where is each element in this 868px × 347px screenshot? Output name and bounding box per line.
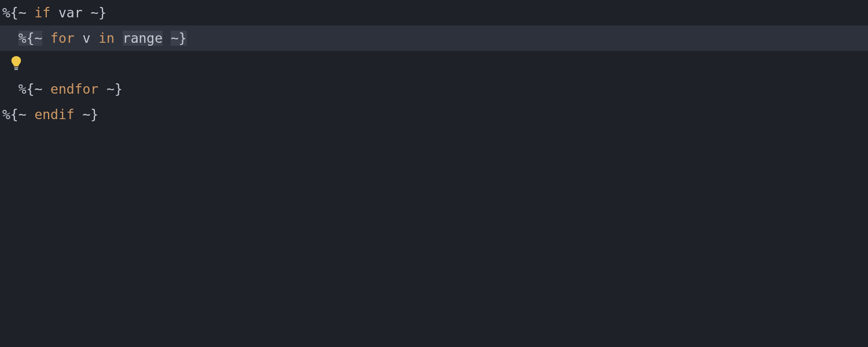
keyword-in: in [98,31,115,46]
variable: var [58,5,83,20]
delimiter-close: ~} [83,107,99,122]
delimiter-close: ~} [106,82,123,97]
delimiter-open: %{~ [2,5,27,20]
svg-rect-0 [14,68,18,69]
code-line-1[interactable]: %{~ if var ~} [0,0,868,25]
loop-variable: v [83,31,91,46]
delimiter-open: %{~ [19,82,43,97]
code-line-3[interactable] [0,51,868,76]
delimiter-close: ~} [90,5,106,20]
range-identifier: range [123,31,163,46]
keyword-for: for [50,31,75,46]
svg-rect-1 [14,69,18,70]
indent [2,31,19,46]
code-line-2-highlighted[interactable]: %{~ for v in range ~} [0,25,868,51]
delimiter-close-matched: ~} [171,31,187,46]
code-editor[interactable]: %{~ if var ~} %{~ for v in range ~} %{~ … [0,0,868,347]
delimiter-open-matched: %{~ [19,31,43,46]
keyword-if: if [34,5,50,20]
indent [2,82,19,97]
delimiter-open: %{~ [2,107,27,122]
code-line-4[interactable]: %{~ endfor ~} [0,76,868,102]
lightbulb-icon[interactable] [10,56,22,71]
keyword-endfor: endfor [50,82,98,97]
keyword-endif: endif [34,107,74,122]
code-line-5[interactable]: %{~ endif ~} [0,102,868,127]
